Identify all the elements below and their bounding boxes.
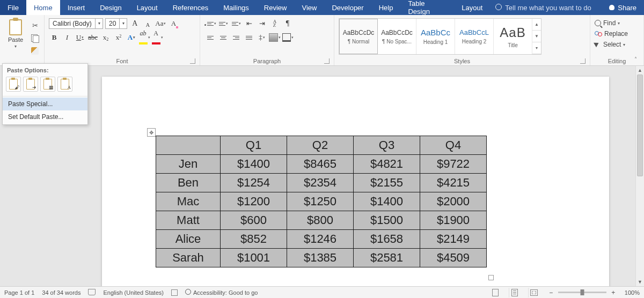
select-button[interactable]: Select ▾ (595, 41, 625, 48)
tab-insert[interactable]: Insert (60, 0, 93, 15)
style-heading-2[interactable]: AaBbCcL Heading 2 (455, 19, 494, 54)
collapse-ribbon-button[interactable]: ˄ (631, 55, 640, 63)
italic-button[interactable]: I (62, 32, 72, 43)
style-no-spacing[interactable]: AaBbCcDc ¶ No Spac... (378, 19, 416, 54)
table-row[interactable]: Mac$1200$1250$1400$2000 (156, 192, 487, 211)
cut-button[interactable] (30, 20, 40, 30)
underline-button[interactable]: U▾ (75, 32, 85, 43)
justify-button[interactable] (243, 32, 255, 43)
gallery-scroll-down[interactable]: ▼ (532, 31, 541, 42)
table-row[interactable]: Matt$600$800$1500$1900 (156, 211, 487, 230)
font-name-combo[interactable]: Calibri (Body) ▾ (49, 18, 103, 29)
table-resize-handle[interactable] (488, 275, 494, 280)
numbering-button[interactable]: ▾ (217, 18, 229, 29)
tab-help[interactable]: Help (371, 0, 401, 15)
tell-me[interactable] (495, 4, 602, 12)
tab-developer[interactable]: Developer (324, 0, 371, 15)
grow-font-button[interactable]: A (129, 18, 140, 29)
tab-home[interactable]: Home (26, 0, 60, 15)
tab-mailings[interactable]: Mailings (216, 0, 257, 15)
table-row[interactable]: Jen$1400$8465$4821$9722 (156, 155, 487, 174)
subscript-button[interactable]: x (100, 32, 111, 43)
line-spacing-button[interactable]: ‡▾ (256, 32, 268, 43)
language-indicator[interactable]: English (United States) (103, 289, 164, 296)
tab-design[interactable]: Design (92, 0, 129, 15)
paragraph-dialog-launcher[interactable] (324, 58, 330, 64)
style-heading-1[interactable]: AaBbCc Heading 1 (416, 19, 455, 54)
zoom-percent[interactable]: 100% (625, 289, 640, 296)
tab-references[interactable]: References (165, 0, 216, 15)
scroll-up-button[interactable]: ▲ (636, 66, 644, 74)
text-effects-button[interactable]: A▾ (126, 32, 137, 43)
web-layout-button[interactable] (528, 288, 540, 297)
font-color-button[interactable]: A▾ (152, 32, 163, 43)
copy-button[interactable] (30, 33, 40, 43)
scroll-track[interactable] (636, 74, 644, 278)
tab-table-design[interactable]: Table Design (400, 0, 454, 15)
tab-view[interactable]: View (294, 0, 324, 15)
zoom-in-button[interactable]: + (610, 289, 617, 296)
scroll-thumb[interactable] (637, 74, 643, 176)
chevron-down-icon[interactable]: ▾ (623, 42, 625, 47)
highlight-color-button[interactable]: ab▾ (139, 32, 150, 43)
paste-picture-button[interactable]: ▦ (40, 77, 55, 92)
tab-layout-2[interactable]: Layout (454, 0, 490, 15)
tab-review[interactable]: Review (257, 0, 295, 15)
table-row[interactable]: Sarah$1001$1385$2581$4509 (156, 249, 487, 267)
bold-button[interactable]: B (49, 32, 60, 43)
font-size-combo[interactable]: 20 ▾ (105, 18, 127, 29)
clear-formatting-button[interactable] (168, 18, 179, 29)
change-case-button[interactable]: Aa▾ (155, 18, 166, 29)
word-count[interactable]: 34 of 34 words (42, 289, 80, 296)
page[interactable]: ✥ Q1 Q2 Q3 Q4 Jen$1400$8465$4821$9722Ben… (102, 77, 609, 286)
table-row[interactable]: Ben$1254$2354$2155$4215 (156, 174, 487, 192)
data-table[interactable]: Q1 Q2 Q3 Q4 Jen$1400$8465$4821$9722Ben$1… (156, 136, 487, 267)
paste-text-only-button[interactable]: A (57, 77, 72, 92)
table-move-handle[interactable]: ✥ (147, 128, 156, 137)
table-row[interactable]: Alice$852$1246$1658$2149 (156, 230, 487, 249)
chevron-down-icon[interactable]: ▾ (618, 21, 620, 26)
font-dialog-launcher[interactable] (190, 58, 195, 64)
zoom-thumb[interactable] (580, 289, 584, 295)
sort-button[interactable]: AZ (269, 18, 281, 29)
zoom-out-button[interactable]: − (547, 289, 555, 296)
share-button[interactable]: Share (602, 4, 644, 12)
tab-layout[interactable]: Layout (129, 0, 165, 15)
gallery-scroll-up[interactable]: ▲ (532, 19, 541, 31)
spellcheck-icon[interactable] (88, 289, 96, 296)
chevron-down-icon[interactable]: ▾ (119, 19, 127, 28)
paste-button[interactable]: Paste ▾ (4, 18, 27, 49)
page-indicator[interactable]: Page 1 of 1 (4, 289, 34, 296)
superscript-button[interactable]: x (113, 32, 124, 43)
tell-me-input[interactable] (505, 4, 602, 12)
zoom-slider[interactable]: − + (547, 289, 617, 296)
style-normal[interactable]: AaBbCcDc ¶ Normal (339, 19, 378, 54)
gallery-more[interactable]: ▾ (532, 42, 541, 54)
chevron-down-icon[interactable]: ▾ (95, 19, 103, 28)
format-painter-button[interactable] (30, 46, 40, 56)
read-mode-button[interactable] (489, 288, 501, 297)
find-button[interactable]: Find ▾ (595, 19, 620, 27)
borders-button[interactable]: ▾ (282, 32, 294, 43)
multilevel-button[interactable]: ▾ (230, 18, 242, 29)
macro-record-icon[interactable] (171, 289, 178, 296)
accessibility-status[interactable]: Accessibility: Good to go (185, 289, 258, 296)
scroll-down-button[interactable]: ▼ (636, 278, 644, 286)
align-left-button[interactable] (204, 32, 216, 43)
paste-merge-formatting-button[interactable]: ➜ (23, 77, 38, 92)
replace-button[interactable]: Replace (595, 30, 628, 38)
increase-indent-button[interactable]: ⇥ (256, 18, 268, 29)
styles-dialog-launcher[interactable] (580, 58, 586, 64)
vertical-scrollbar[interactable]: ▲ ▼ (635, 66, 644, 286)
align-center-button[interactable] (217, 32, 229, 43)
shrink-font-button[interactable]: A (142, 19, 153, 30)
strikethrough-button[interactable]: abc (87, 32, 98, 43)
print-layout-button[interactable] (509, 288, 521, 297)
align-right-button[interactable] (230, 32, 242, 43)
zoom-track[interactable] (558, 292, 606, 293)
tab-file[interactable]: File (0, 0, 26, 15)
shading-button[interactable]: ▾ (269, 32, 281, 43)
paste-special-menuitem[interactable]: Paste Special... (3, 98, 87, 110)
style-title[interactable]: AaB Title (494, 19, 532, 54)
show-marks-button[interactable]: ¶ (282, 18, 294, 29)
